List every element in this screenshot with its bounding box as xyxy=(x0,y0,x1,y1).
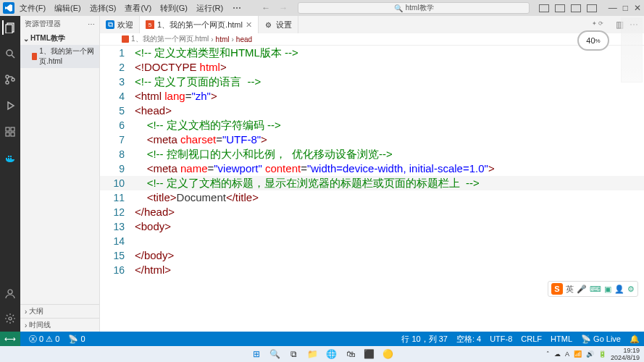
tab-file[interactable]: 5 1、我的第一个网页.html ✕ xyxy=(140,16,259,33)
explorer-app-icon[interactable]: 📁 xyxy=(306,348,319,361)
status-golive[interactable]: 📡 Go Live xyxy=(581,334,621,344)
layout-custom-icon[interactable] xyxy=(587,4,597,12)
status-cursor[interactable]: 行 10，列 37 xyxy=(401,334,448,345)
code-text: <meta charset="UTF-8"> xyxy=(135,132,267,147)
menu-edit[interactable]: 编辑(E) xyxy=(51,3,85,14)
minimap[interactable] xyxy=(621,17,643,83)
tray-lang-icon[interactable]: A xyxy=(565,350,569,358)
settings-gear-icon[interactable] xyxy=(3,311,17,326)
svg-point-4 xyxy=(6,75,9,78)
debug-icon[interactable] xyxy=(3,98,17,113)
line-number: 12 xyxy=(100,205,135,219)
vscode-app-icon[interactable]: ⬛ xyxy=(363,348,376,361)
status-notifications-icon[interactable]: 🔔 xyxy=(630,334,640,344)
timeline-section[interactable]: › 时间线 xyxy=(20,318,99,332)
tab-welcome[interactable]: ⧉ 欢迎 xyxy=(100,16,140,33)
status-eol[interactable]: CRLF xyxy=(521,334,542,343)
remote-indicator[interactable]: ⟷ xyxy=(0,332,20,346)
code-line[interactable]: 1<!-- 定义文档类型和HTML版本 --> xyxy=(100,46,644,60)
line-number: 14 xyxy=(100,234,135,248)
ime-pic-icon[interactable]: ▣ xyxy=(604,285,611,294)
ime-keyboard-icon[interactable]: ⌨ xyxy=(590,285,601,294)
folder-root[interactable]: ⌄ HTML教学 xyxy=(20,32,99,45)
code-line[interactable]: 15</body> xyxy=(100,248,644,263)
code-text: </body> xyxy=(135,248,174,263)
start-icon[interactable]: ⊞ xyxy=(250,348,263,361)
nav-back-icon[interactable]: ← xyxy=(262,3,270,13)
taskbar-search-icon[interactable]: 🔍 xyxy=(269,348,282,361)
tray-chevron-icon[interactable]: ˄ xyxy=(546,350,550,358)
system-tray[interactable]: ˄ ☁ A 📶 🔊 🔋 19:19 2024/8/19 xyxy=(546,347,640,361)
maximize-icon[interactable]: □ xyxy=(623,3,628,13)
menu-run[interactable]: 运行(R) xyxy=(193,3,227,14)
account-icon[interactable] xyxy=(3,287,17,301)
tray-wifi-icon[interactable]: 📶 xyxy=(574,350,582,358)
menu-overflow[interactable]: ⋯ xyxy=(228,3,246,13)
code-line[interactable]: 6 <!-- 定义文档的字符编码 --> xyxy=(100,118,644,132)
menu-file[interactable]: 文件(F) xyxy=(16,3,49,14)
tab-settings[interactable]: ⚙ 设置 xyxy=(259,16,298,33)
edge-app-icon[interactable]: 🌐 xyxy=(325,348,338,361)
status-encoding[interactable]: UTF-8 xyxy=(490,334,512,343)
sogou-icon: S xyxy=(551,283,563,295)
ime-toolbar[interactable]: S 英 🎤 ⌨ ▣ 👤 ⚙ xyxy=(548,281,638,297)
tray-battery-icon[interactable]: 🔋 xyxy=(598,350,606,358)
code-line[interactable]: 2<!DOCTYPE html> xyxy=(100,60,644,75)
command-center[interactable]: 🔍 html教学 xyxy=(298,2,530,14)
source-control-icon[interactable] xyxy=(3,72,17,87)
tab-close-icon[interactable]: ✕ xyxy=(246,20,252,30)
status-errors[interactable]: ⓧ 0 ⚠ 0 xyxy=(29,334,59,345)
code-line[interactable]: 5<head> xyxy=(100,104,644,118)
ime-user-icon[interactable]: 👤 xyxy=(614,285,624,294)
store-app-icon[interactable]: 🛍 xyxy=(344,348,357,361)
ime-tool-icon[interactable]: ⚙ xyxy=(627,285,635,294)
code-line[interactable]: 9 <meta name="viewport" content="width=d… xyxy=(100,161,644,176)
docker-icon[interactable] xyxy=(3,151,17,165)
layout-secondary-icon[interactable] xyxy=(571,4,581,12)
file-item[interactable]: 1、我的第一个网页.html xyxy=(20,45,99,68)
outline-section[interactable]: › 大纲 xyxy=(20,304,99,318)
svg-point-12 xyxy=(8,290,12,294)
status-spaces[interactable]: 空格: 4 xyxy=(456,334,481,345)
menu-view[interactable]: 查看(V) xyxy=(121,3,155,14)
code-line[interactable]: 13<body> xyxy=(100,219,644,234)
ime-lang[interactable]: 英 xyxy=(566,284,574,295)
menu-go[interactable]: 转到(G) xyxy=(156,3,191,14)
breadcrumbs[interactable]: 1、我的第一个网页.html › html › head xyxy=(100,33,644,46)
minimize-icon[interactable]: — xyxy=(609,3,617,13)
layout-primary-icon[interactable] xyxy=(539,4,549,12)
task-view-icon[interactable]: ⧉ xyxy=(288,348,301,361)
chevron-down-icon: ⌄ xyxy=(23,35,29,43)
breadcrumb-file: 1、我的第一个网页.html xyxy=(131,34,209,44)
search-icon[interactable] xyxy=(3,46,17,61)
close-icon[interactable]: ✕ xyxy=(634,3,641,13)
code-line[interactable]: 8 <!-- 控制视口的大小和比例， 优化移动设备浏览--> xyxy=(100,147,644,161)
extensions-icon[interactable] xyxy=(3,125,17,139)
tray-cloud-icon[interactable]: ☁ xyxy=(554,350,561,358)
code-line[interactable]: 3<!-- 定义了页面的语言 --> xyxy=(100,75,644,89)
explorer-icon[interactable] xyxy=(2,20,17,35)
status-port[interactable]: 📡 0 xyxy=(68,334,85,344)
explorer-sidebar: 资源管理器 ⋯ ⌄ HTML教学 1、我的第一个网页.html › 大纲 › 时… xyxy=(20,16,100,332)
menu-selection[interactable]: 选择(S) xyxy=(86,3,120,14)
code-line[interactable]: 11 <title>Document</title> xyxy=(100,190,644,205)
code-text: <!-- 控制视口的大小和比例， 优化移动设备浏览--> xyxy=(135,147,393,161)
nav-forward-icon[interactable]: → xyxy=(279,3,288,13)
line-number: 6 xyxy=(100,118,135,132)
code-line[interactable]: 12</head> xyxy=(100,205,644,219)
chrome-app-icon[interactable]: 🟡 xyxy=(382,348,395,361)
code-line[interactable]: 10 <!-- 定义了文档的标题，显示在浏览器的标题栏或页面的标题栏上 --> xyxy=(100,176,644,190)
code-line[interactable]: 7 <meta charset="UTF-8"> xyxy=(100,132,644,147)
code-line[interactable]: 4<html lang="zh"> xyxy=(100,89,644,104)
sidebar-more-icon[interactable]: ⋯ xyxy=(88,20,95,28)
code-text: <!-- 定义文档类型和HTML版本 --> xyxy=(135,46,298,60)
search-icon: 🔍 xyxy=(394,4,403,12)
taskbar-clock[interactable]: 19:19 2024/8/19 xyxy=(611,347,640,361)
code-line[interactable]: 16</html> xyxy=(100,263,644,277)
layout-panel-icon[interactable] xyxy=(555,4,565,12)
line-number: 1 xyxy=(100,46,135,60)
code-line[interactable]: 14 xyxy=(100,234,644,248)
tray-volume-icon[interactable]: 🔊 xyxy=(586,350,594,358)
ime-voice-icon[interactable]: 🎤 xyxy=(577,285,587,294)
status-language[interactable]: HTML xyxy=(551,334,572,343)
